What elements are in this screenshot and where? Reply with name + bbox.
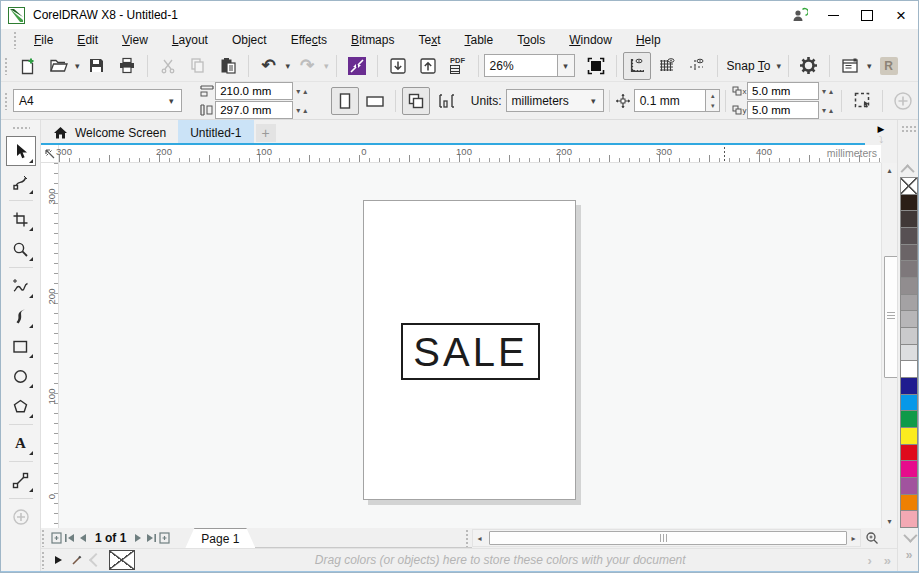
palette-grip[interactable] — [901, 125, 917, 133]
shape-tool[interactable] — [7, 168, 35, 196]
palette-swatch-1f1c8f[interactable] — [900, 377, 918, 395]
palette-swatch-918d8f[interactable] — [900, 277, 918, 295]
horizontal-scroll-thumb[interactable] — [489, 531, 847, 545]
next-page-button[interactable] — [132, 530, 145, 546]
paper-type-select[interactable]: A4▾ — [13, 89, 182, 112]
statusbar-next-icon[interactable]: › — [867, 553, 871, 568]
export-button[interactable] — [414, 52, 442, 80]
page-height-spinner[interactable]: ▾▴ — [296, 106, 310, 115]
maximize-button[interactable] — [850, 2, 884, 28]
palette-swatch-7e787b[interactable] — [900, 260, 918, 278]
menu-item-text[interactable]: Text — [406, 31, 452, 49]
navigator-grip[interactable] — [41, 529, 46, 547]
palette-swatch-ee8002[interactable] — [900, 494, 918, 512]
menu-item-layout[interactable]: Layout — [160, 31, 220, 49]
palette-swatch-ffffff[interactable] — [900, 360, 918, 378]
menu-item-view[interactable]: View — [110, 31, 160, 49]
palette-swatch-a4a2a4[interactable] — [900, 294, 918, 312]
menu-item-object[interactable]: Object — [220, 31, 279, 49]
search-content-button[interactable] — [343, 52, 371, 80]
previous-page-button[interactable] — [76, 530, 89, 546]
paste-button[interactable] — [214, 52, 242, 80]
show-rulers-button[interactable] — [623, 52, 651, 80]
fullscreen-preview-button[interactable] — [582, 52, 610, 80]
sale-rectangle[interactable]: SALE — [401, 323, 540, 380]
page-width-input[interactable]: 210.0 mm — [215, 82, 293, 100]
ellipse-tool[interactable] — [7, 362, 35, 390]
navigator-zoom-button[interactable] — [863, 531, 881, 545]
menu-item-edit[interactable]: Edit — [65, 31, 110, 49]
pick-tool[interactable] — [6, 136, 36, 166]
menubar-grip[interactable] — [13, 31, 18, 49]
collapse-left-icon[interactable] — [91, 555, 101, 565]
palette-swatch-cacacc[interactable] — [900, 327, 918, 345]
print-button[interactable] — [113, 52, 141, 80]
palette-swatch-0798e8[interactable] — [900, 394, 918, 412]
palette-expand-button[interactable]: » — [898, 548, 919, 562]
propbar-grip[interactable] — [4, 92, 9, 110]
minimize-button[interactable] — [816, 2, 850, 28]
scroll-left-icon[interactable]: ◂ — [473, 534, 486, 543]
toolbox-grip[interactable] — [12, 126, 30, 131]
new-document-tab-button[interactable]: + — [256, 124, 276, 142]
zoom-level-dropdown[interactable]: ▾ — [558, 54, 575, 77]
undo-dropdown-arrow[interactable]: ▾ — [284, 61, 293, 71]
horizontal-ruler[interactable]: millimeters 3002001000100200300400 — [59, 145, 881, 163]
eyedropper-icon[interactable] — [71, 554, 83, 566]
polygon-tool[interactable] — [7, 392, 35, 420]
statusbar-more-icon[interactable]: » — [884, 553, 891, 568]
menu-item-tools[interactable]: Tools — [505, 31, 557, 49]
vertical-ruler[interactable]: 3002001000 — [41, 163, 59, 528]
scroll-down-icon[interactable]: ▾ — [882, 514, 897, 528]
nudge-distance-input[interactable]: 0.1 mm — [634, 89, 707, 112]
palette-swatch-b7b6b8[interactable] — [900, 310, 918, 328]
scrollbar-grip[interactable] — [465, 529, 470, 547]
duplicate-x-input[interactable]: 5.0 mm — [747, 82, 819, 100]
horizontal-scrollbar[interactable]: ◂ ▸ — [472, 529, 861, 547]
palette-swatch-a1539e[interactable] — [900, 477, 918, 495]
artistic-media-tool[interactable] — [7, 302, 35, 330]
statusbar-grip[interactable] — [41, 551, 46, 569]
palette-swatch-fbec1f[interactable] — [900, 427, 918, 445]
publish-to-pdf-button[interactable]: PDF — [444, 52, 472, 80]
zoom-tool[interactable] — [7, 235, 35, 263]
tab-welcome-screen[interactable]: Welcome Screen — [41, 120, 178, 145]
freehand-tool[interactable] — [7, 272, 35, 300]
new-document-button[interactable] — [14, 52, 42, 80]
customize-toolbox-button[interactable] — [7, 503, 35, 531]
snap-to-dropdown-arrow[interactable]: ▾ — [774, 61, 783, 71]
add-page-before-button[interactable] — [50, 530, 63, 546]
menu-item-window[interactable]: Window — [557, 31, 624, 49]
text-tool[interactable]: A — [7, 429, 35, 457]
page-width-spinner[interactable]: ▾▴ — [296, 87, 310, 96]
rectangle-tool[interactable] — [7, 332, 35, 360]
snap-to-button[interactable]: Snap To — [723, 59, 775, 73]
open-dropdown-arrow[interactable]: ▾ — [73, 61, 82, 71]
tab-untitled-1[interactable]: Untitled-1 — [178, 120, 253, 145]
last-page-button[interactable] — [145, 530, 158, 546]
duplicate-x-spinner[interactable]: ▾▴ — [822, 87, 836, 96]
account-icon[interactable] — [782, 2, 816, 28]
fill-color-indicator[interactable] — [109, 550, 135, 570]
options-button[interactable] — [795, 52, 823, 80]
undo-button[interactable]: ↶ — [255, 52, 283, 80]
document-page[interactable]: SALE — [363, 200, 576, 500]
page-1-tab[interactable]: Page 1 — [185, 528, 255, 548]
nudge-spinner[interactable]: ▴▾ — [706, 89, 720, 112]
vertical-scrollbar[interactable]: ▴ ▾ — [881, 163, 897, 528]
palette-swatch-none[interactable] — [900, 177, 918, 195]
all-pages-button[interactable] — [402, 87, 430, 115]
treat-as-filled-button[interactable] — [848, 87, 876, 115]
crop-tool[interactable] — [7, 205, 35, 233]
import-button[interactable] — [384, 52, 412, 80]
show-grid-button[interactable] — [653, 52, 681, 80]
palette-scroll-down-button[interactable] — [898, 530, 919, 544]
statusbar-play-icon[interactable] — [54, 555, 63, 565]
show-guidelines-button[interactable] — [683, 52, 711, 80]
palette-swatch-6b6467[interactable] — [900, 244, 918, 262]
palette-swatch-dddee0[interactable] — [900, 344, 918, 362]
current-page-button[interactable] — [432, 87, 460, 115]
palette-swatch-2b1e17[interactable] — [900, 194, 918, 212]
zoom-level-input[interactable]: 26% — [484, 54, 558, 77]
dockers-dropdown-arrow[interactable]: ▾ — [865, 61, 874, 71]
